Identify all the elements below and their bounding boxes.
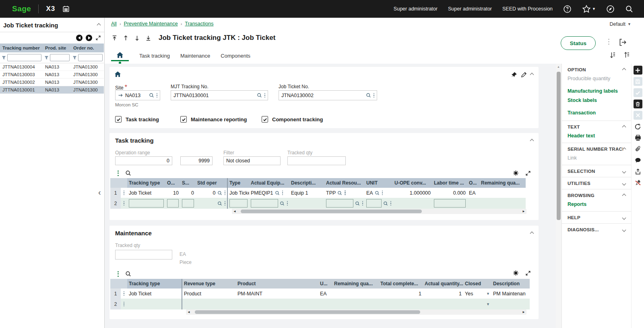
action-reports[interactable]: Reports [568, 201, 625, 207]
entry-cell[interactable] [127, 299, 182, 309]
export-icon[interactable] [634, 167, 642, 176]
tracked-qty-field[interactable] [287, 156, 346, 165]
row-actions-icon[interactable] [121, 198, 127, 209]
filter-input[interactable] [50, 54, 70, 61]
site-field[interactable]: NA013 [115, 90, 160, 100]
grid-menu-icon[interactable] [118, 271, 119, 277]
entry-cell[interactable] [467, 198, 479, 209]
entry-cell[interactable] [127, 198, 165, 209]
print-icon[interactable] [634, 133, 642, 142]
cell-actions-icon[interactable] [382, 191, 383, 195]
field-actions-icon[interactable] [374, 93, 375, 98]
pin-section-icon[interactable] [511, 72, 517, 78]
vertical-scrollbar[interactable]: ▲ [556, 64, 561, 328]
status-button[interactable]: Status [561, 36, 596, 50]
list-cell[interactable]: JTNA01300 [71, 79, 104, 86]
sage-logo[interactable]: Sage [12, 4, 31, 13]
breadcrumb-link[interactable]: All [111, 21, 117, 27]
lookup-icon[interactable] [280, 201, 285, 206]
list-cell[interactable]: JTTNA0130002 [0, 79, 43, 86]
field-actions-icon[interactable] [264, 93, 266, 98]
section-header[interactable]: TEXT [568, 125, 625, 129]
entry-input[interactable] [326, 199, 353, 208]
endpoint-name[interactable]: SEED with Procession [502, 6, 553, 12]
maintenance-reporting-checkbox[interactable]: Maintenance reporting [180, 116, 247, 122]
exit-icon[interactable] [618, 38, 627, 48]
collapse-panel-icon[interactable] [97, 23, 101, 27]
col-header[interactable]: Std oper [196, 178, 228, 188]
favorites-caret-icon[interactable]: ▼ [592, 7, 596, 11]
col-header[interactable]: Closed [463, 279, 491, 289]
row-number[interactable]: 1 [110, 289, 121, 299]
cell-closed[interactable]: Yes ▼ [463, 289, 491, 299]
cell[interactable]: EA [365, 188, 393, 198]
operation-from-field[interactable]: 0 [115, 156, 172, 165]
help-icon[interactable] [563, 5, 572, 13]
entry-cell[interactable] [249, 198, 289, 209]
col-header[interactable]: Type [228, 178, 249, 188]
filter-icon[interactable] [72, 56, 77, 60]
cell[interactable]: EA [318, 289, 332, 299]
lookup-icon[interactable] [275, 191, 280, 195]
entry-input[interactable] [229, 199, 248, 208]
cell[interactable]: 1 [423, 289, 463, 299]
col-header[interactable]: Descripti... [289, 178, 324, 188]
grid-settings-icon[interactable] [513, 170, 519, 176]
calendar-icon[interactable] [62, 5, 70, 12]
col-header[interactable]: Actual quantity... [423, 279, 463, 289]
cell-actions-icon[interactable] [287, 201, 288, 206]
collapse-section-icon[interactable] [530, 139, 534, 143]
filter-field[interactable]: Not closed [223, 156, 281, 165]
entry-cell[interactable] [236, 299, 318, 309]
grid-settings-icon[interactable] [513, 270, 519, 276]
edit-section-icon[interactable] [521, 72, 527, 78]
section-header[interactable]: BROWSING [568, 193, 625, 198]
filter-icon[interactable] [44, 56, 49, 60]
grid-menu-icon[interactable] [118, 170, 119, 176]
entry-cell[interactable] [182, 299, 236, 309]
entry-cell[interactable] [289, 198, 324, 209]
horizontal-scrollbar[interactable]: ◄ ► [186, 309, 526, 315]
scroll-left-icon[interactable]: ◄ [232, 210, 237, 213]
jump-to-icon[interactable] [118, 93, 123, 98]
col-header[interactable]: Labor time ... [432, 178, 467, 188]
list-cell[interactable]: NA013 [43, 79, 71, 86]
col-header[interactable]: Total complete... [379, 279, 423, 289]
list-cell[interactable]: JTTNA0130004 [0, 63, 43, 71]
entry-input[interactable] [366, 199, 382, 208]
col-header[interactable]: Remaining qua... [332, 279, 379, 289]
section-header[interactable]: OPTION [568, 67, 625, 72]
favorites-icon[interactable]: ▼ [582, 4, 596, 13]
col-header[interactable]: Remaining qua... [479, 178, 526, 188]
cell-actions-icon[interactable] [362, 201, 363, 206]
filter-icon[interactable] [2, 56, 6, 60]
entry-cell[interactable] [318, 299, 332, 309]
cell[interactable]: EA [467, 188, 479, 198]
next-record-icon[interactable] [134, 35, 140, 41]
grid-search-icon[interactable] [125, 170, 131, 176]
action-header-text[interactable]: Header text [568, 133, 625, 139]
entry-cell[interactable] [180, 198, 196, 209]
grid-fullscreen-icon[interactable] [525, 170, 531, 176]
section-header[interactable]: UTILITIES [568, 181, 625, 186]
horizontal-scrollbar[interactable]: ◄ ► [232, 209, 526, 214]
lookup-icon[interactable] [337, 191, 342, 195]
row-number[interactable]: 2 [110, 198, 121, 209]
view-selector[interactable]: Default ▼ [609, 21, 631, 27]
entry-cell[interactable] [393, 198, 432, 209]
section-header[interactable]: SELECTION [568, 169, 625, 174]
cell[interactable]: TPP [324, 188, 365, 198]
job-ticket-field[interactable]: JTNA0130002 [279, 90, 377, 100]
col-header[interactable]: Actual Equip... [249, 178, 289, 188]
collapse-all-sections-icon[interactable] [609, 52, 615, 58]
col-header[interactable]: Product [236, 279, 318, 289]
action-manufacturing-labels[interactable]: Manufacturing labels [568, 88, 625, 94]
scroll-up-icon[interactable]: ▲ [557, 65, 560, 68]
tab-task-tracking[interactable]: Task tracking [139, 51, 170, 59]
list-cell[interactable]: NA013 [43, 71, 71, 79]
section-header[interactable]: HELP [568, 215, 625, 220]
cell[interactable]: Product [182, 289, 236, 299]
col-header[interactable]: U... [318, 279, 332, 289]
lookup-icon[interactable] [383, 201, 388, 206]
cell[interactable]: Job Ticket [127, 188, 165, 198]
